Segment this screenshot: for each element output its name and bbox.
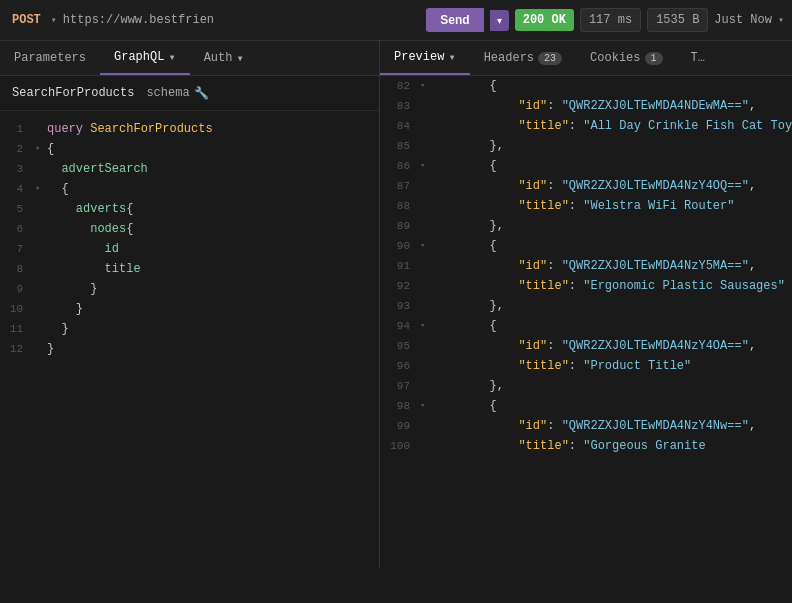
json-fold-90[interactable]: ▾ bbox=[420, 237, 432, 255]
json-line-88: 88 "title": "Welstra WiFi Router" bbox=[380, 196, 792, 216]
response-size-badge: 1535 B bbox=[647, 8, 708, 32]
json-line-87: 87 "id": "QWR2ZXJ0LTEwMDA4NzY4OQ==", bbox=[380, 176, 792, 196]
left-panel: SearchForProducts schema 🔧 1 query Searc… bbox=[0, 76, 380, 568]
timestamp-dropdown-arrow[interactable]: ▾ bbox=[778, 14, 784, 26]
json-line-90: 90 ▾ { bbox=[380, 236, 792, 256]
send-button[interactable]: Send bbox=[426, 8, 483, 32]
code-line-4: 4 ▾ { bbox=[0, 179, 379, 199]
tab-headers[interactable]: Headers 23 bbox=[470, 41, 576, 75]
json-line-85: 85 }, bbox=[380, 136, 792, 156]
schema-icon: 🔧 bbox=[194, 86, 209, 101]
code-line-12: 12 } bbox=[0, 339, 379, 359]
method-badge: POST bbox=[8, 11, 45, 29]
method-dropdown-arrow[interactable]: ▾ bbox=[51, 14, 57, 26]
json-line-83: 83 "id": "QWR2ZXJ0LTEwMDA4NDEwMA==", bbox=[380, 96, 792, 116]
code-line-11: 11 } bbox=[0, 319, 379, 339]
json-line-97: 97 }, bbox=[380, 376, 792, 396]
code-line-1: 1 query SearchForProducts bbox=[0, 119, 379, 139]
graphql-tab-arrow: ▾ bbox=[168, 50, 175, 65]
main-content: SearchForProducts schema 🔧 1 query Searc… bbox=[0, 76, 792, 568]
fold-arrow[interactable]: ▾ bbox=[35, 140, 47, 158]
code-line-3: 3 advertSearch bbox=[0, 159, 379, 179]
json-line-95: 95 "id": "QWR2ZXJ0LTEwMDA4NzY4OA==", bbox=[380, 336, 792, 356]
url-display: https://www.bestfrien bbox=[63, 13, 421, 27]
right-panel: 82 ▾ { 83 "id": "QWR2ZXJ0LTEwMDA4NDEwMA=… bbox=[380, 76, 792, 568]
json-line-82: 82 ▾ { bbox=[380, 76, 792, 96]
response-time-badge: 117 ms bbox=[580, 8, 641, 32]
status-badge: 200 OK bbox=[515, 9, 574, 31]
json-fold-86[interactable]: ▾ bbox=[420, 157, 432, 175]
json-fold-98[interactable]: ▾ bbox=[420, 397, 432, 415]
json-line-86: 86 ▾ { bbox=[380, 156, 792, 176]
json-fold-94[interactable]: ▾ bbox=[420, 317, 432, 335]
tabs-bar: Parameters GraphQL ▾ Auth ▾ Preview ▾ He… bbox=[0, 41, 792, 76]
query-name: SearchForProducts bbox=[12, 86, 134, 100]
code-line-10: 10 } bbox=[0, 299, 379, 319]
preview-tab-arrow: ▾ bbox=[448, 50, 455, 65]
tab-parameters[interactable]: Parameters bbox=[0, 41, 100, 75]
tab-preview[interactable]: Preview ▾ bbox=[380, 41, 470, 75]
fold-arrow[interactable]: ▾ bbox=[35, 180, 47, 198]
query-header: SearchForProducts schema 🔧 bbox=[0, 76, 379, 111]
code-line-5: 5 adverts{ bbox=[0, 199, 379, 219]
code-line-8: 8 title bbox=[0, 259, 379, 279]
timestamp-display[interactable]: Just Now bbox=[714, 13, 772, 27]
right-tabs: Preview ▾ Headers 23 Cookies 1 T… bbox=[380, 41, 719, 75]
code-area: 1 query SearchForProducts 2 ▾ { 3 advert… bbox=[0, 111, 379, 568]
auth-tab-arrow: ▾ bbox=[236, 51, 243, 66]
json-line-92: 92 "title": "Ergonomic Plastic Sausages" bbox=[380, 276, 792, 296]
json-line-96: 96 "title": "Product Title" bbox=[380, 356, 792, 376]
code-line-2: 2 ▾ { bbox=[0, 139, 379, 159]
json-line-94: 94 ▾ { bbox=[380, 316, 792, 336]
json-line-93: 93 }, bbox=[380, 296, 792, 316]
headers-badge: 23 bbox=[538, 52, 562, 65]
left-tabs: Parameters GraphQL ▾ Auth ▾ bbox=[0, 41, 380, 75]
code-line-6: 6 nodes{ bbox=[0, 219, 379, 239]
schema-button[interactable]: schema 🔧 bbox=[146, 86, 208, 101]
tab-cookies[interactable]: Cookies 1 bbox=[576, 41, 676, 75]
code-line-9: 9 } bbox=[0, 279, 379, 299]
code-line-7: 7 id bbox=[0, 239, 379, 259]
top-bar: POST ▾ https://www.bestfrien Send ▾ 200 … bbox=[0, 0, 792, 41]
json-line-98: 98 ▾ { bbox=[380, 396, 792, 416]
send-dropdown-button[interactable]: ▾ bbox=[490, 10, 509, 31]
json-line-91: 91 "id": "QWR2ZXJ0LTEwMDA4NzY5MA==", bbox=[380, 256, 792, 276]
tab-graphql[interactable]: GraphQL ▾ bbox=[100, 41, 190, 75]
cookies-badge: 1 bbox=[645, 52, 663, 65]
json-fold-82[interactable]: ▾ bbox=[420, 77, 432, 95]
json-line-84: 84 "title": "All Day Crinkle Fish Cat To… bbox=[380, 116, 792, 136]
tab-extra[interactable]: T… bbox=[677, 41, 719, 75]
json-line-89: 89 }, bbox=[380, 216, 792, 236]
tab-auth[interactable]: Auth ▾ bbox=[190, 41, 258, 75]
json-line-100: 100 "title": "Gorgeous Granite bbox=[380, 436, 792, 456]
json-line-99: 99 "id": "QWR2ZXJ0LTEwMDA4NzY4Nw==", bbox=[380, 416, 792, 436]
